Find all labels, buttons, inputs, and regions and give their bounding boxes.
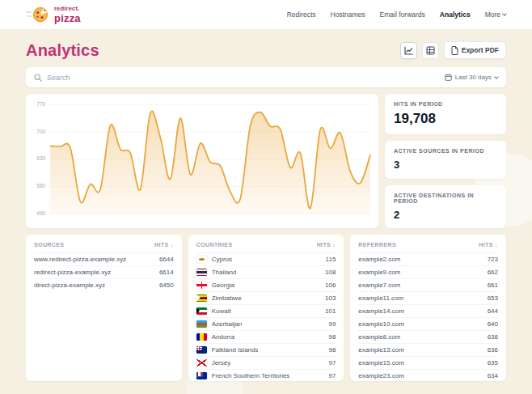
row-value: 634 [483, 372, 498, 379]
search-box[interactable] [34, 74, 445, 82]
nav-item-redirects[interactable]: Redirects [287, 11, 316, 19]
hits-sort-header[interactable]: HITS ↓ [479, 241, 498, 248]
search-icon [34, 74, 42, 82]
row-value: 638 [483, 333, 498, 341]
table-header: REFERRERS HITS ↓ [358, 241, 498, 252]
hits-sort-header[interactable]: HITS ↓ [154, 241, 174, 248]
sources-card: SOURCES HITS ↓ www.redirect-pizza-exampl… [26, 235, 182, 381]
svg-text:630: 630 [36, 155, 45, 161]
sort-desc-icon: ↓ [171, 241, 174, 248]
row-value: 653 [483, 294, 498, 302]
table-row[interactable]: example2.com723 [358, 252, 498, 265]
row-label: Jersey [212, 359, 231, 366]
row-value: 97 [323, 372, 336, 379]
row-label: direct-pizza-example.xyz [34, 282, 105, 289]
french-southern-territories-flag-icon [196, 372, 207, 379]
chevron-down-icon [502, 11, 507, 16]
tables-row: SOURCES HITS ↓ www.redirect-pizza-exampl… [26, 235, 506, 381]
row-value: 635 [483, 359, 498, 366]
table-row[interactable]: example10.com640 [358, 317, 498, 330]
table-row[interactable]: redirect-pizza-example.xyz6614 [34, 265, 174, 278]
hits-sort-header[interactable]: HITS ↓ [317, 241, 336, 248]
table-row[interactable]: example11.com653 [358, 291, 498, 304]
row-value: 6614 [154, 269, 174, 276]
table-row[interactable]: www.redirect-pizza-example.xyz6644 [34, 252, 174, 265]
analytics-page: Analytics Export PDF [0, 40, 532, 381]
hits-header-label: HITS [154, 242, 169, 248]
countries-table-body: Cyprus115Thailand108Georgia106Zimbabwe10… [196, 252, 336, 381]
thailand-flag-icon [196, 269, 207, 276]
brand-name-bottom: pizza [54, 13, 81, 23]
export-pdf-button[interactable]: Export PDF [444, 41, 506, 59]
main-nav: Redirects Hostnames Email forwards Analy… [287, 11, 506, 19]
table-row[interactable]: direct-pizza-example.xyz6450 [34, 278, 174, 291]
table-row[interactable]: Azerbaijan99 [196, 317, 336, 330]
referrers-card: REFERRERS HITS ↓ example2.com723example9… [350, 235, 506, 381]
table-row[interactable]: example9.com662 [358, 265, 498, 278]
row-value: 97 [323, 359, 336, 366]
chart-view-button[interactable] [400, 42, 417, 59]
stat-active-sources: ACTIVE SOURCES IN PERIOD 3 [385, 141, 506, 179]
row-value: 106 [320, 282, 336, 289]
row-label: example15.com [358, 359, 403, 366]
row-value: 115 [321, 256, 336, 263]
date-range-button[interactable]: Last 30 days [445, 74, 498, 81]
nav-item-more[interactable]: More [485, 11, 506, 19]
row-label: example2.com [358, 256, 400, 263]
table-row[interactable]: Andorra98 [196, 330, 336, 343]
cyprus-flag-icon [196, 256, 207, 263]
table-row[interactable]: example8.com638 [358, 330, 498, 343]
table-row[interactable]: example7.com661 [358, 278, 498, 291]
page-header: Analytics Export PDF [26, 40, 506, 60]
brand-name: redirect. pizza [54, 6, 81, 23]
jersey-flag-icon [196, 359, 207, 366]
nav-item-analytics[interactable]: Analytics [440, 11, 471, 19]
top-navigation-bar: redirect. pizza Redirects Hostnames Emai… [0, 0, 532, 29]
page-title: Analytics [26, 41, 99, 60]
date-range-label: Last 30 days [455, 74, 492, 81]
table-view-button[interactable] [422, 42, 439, 59]
table-row[interactable]: Jersey97 [196, 356, 336, 369]
stat-active-destinations: ACTIVE DESTINATIONS IN PERIOD 2 [385, 185, 506, 228]
table-title: SOURCES [34, 242, 64, 248]
search-input[interactable] [47, 74, 289, 82]
brand-logo[interactable]: redirect. pizza [26, 4, 81, 25]
zimbabwe-flag-icon [196, 294, 207, 302]
stats-column: HITS IN PERIOD 19,708 ACTIVE SOURCES IN … [385, 94, 506, 228]
brand-name-top: redirect. [54, 6, 81, 12]
table-row[interactable]: Zimbabwe103 [196, 291, 336, 304]
azerbaijan-flag-icon [196, 320, 207, 328]
row-label: example23.com [358, 372, 403, 379]
table-row[interactable]: Kuwait101 [196, 304, 336, 317]
calendar-icon [445, 74, 452, 81]
countries-card: COUNTRIES HITS ↓ Cyprus115Thailand108Geo… [188, 235, 344, 381]
table-row[interactable]: Falkland Islands98 [196, 343, 336, 356]
table-row[interactable]: example15.com635 [358, 356, 498, 369]
table-row[interactable]: French Southern Territories97 [196, 369, 336, 381]
row-label: Georgia [212, 282, 234, 289]
table-row[interactable]: Thailand108 [196, 265, 336, 278]
row-label: Zimbabwe [212, 294, 242, 302]
row-value: 98 [323, 333, 336, 341]
svg-text:490: 490 [36, 210, 45, 216]
row-value: 662 [483, 269, 498, 276]
row-value: 103 [320, 294, 336, 302]
nav-item-email-forwards[interactable]: Email forwards [380, 11, 425, 19]
nav-item-hostnames[interactable]: Hostnames [331, 11, 365, 19]
row-value: 98 [323, 346, 336, 354]
falkland-islands-flag-icon [196, 346, 207, 354]
row-value: 723 [483, 256, 498, 263]
stat-label: HITS IN PERIOD [394, 101, 497, 107]
row-value: 661 [483, 282, 498, 289]
table-row[interactable]: Cyprus115 [196, 252, 336, 265]
row-value: 108 [320, 269, 336, 276]
filter-bar: Last 30 days [26, 67, 506, 87]
header-actions: Export PDF [400, 41, 506, 59]
table-row[interactable]: example14.com644 [358, 304, 498, 317]
hits-area-chart: 770700630560490 [27, 98, 372, 223]
table-row[interactable]: Georgia106 [196, 278, 336, 291]
table-row[interactable]: example13.com636 [358, 343, 498, 356]
table-row[interactable]: example23.com634 [358, 369, 498, 381]
row-value: 636 [483, 346, 498, 354]
hits-chart-card: 770700630560490 [26, 94, 378, 228]
